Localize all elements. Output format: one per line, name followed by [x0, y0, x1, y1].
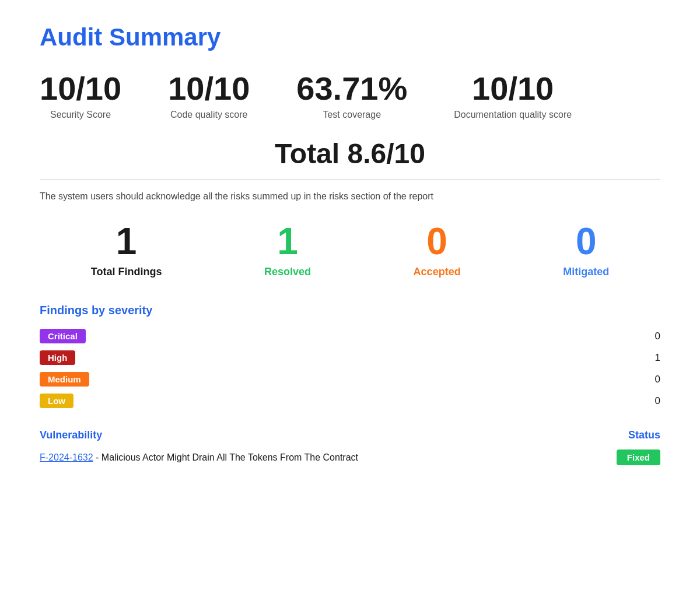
code-quality-score-label: Code quality score — [170, 110, 248, 120]
total-findings-label: Total Findings — [91, 266, 162, 278]
severity-count-critical: 0 — [649, 331, 660, 342]
total-findings-item: 1 Total Findings — [91, 223, 162, 278]
resolved-findings-label: Resolved — [264, 266, 311, 278]
scores-row: 10/10 Security Score 10/10 Code quality … — [40, 72, 660, 120]
mitigated-findings-count: 0 — [576, 223, 597, 260]
code-quality-score-item: 10/10 Code quality score — [168, 72, 250, 120]
doc-quality-score-label: Documentation quality score — [454, 110, 572, 120]
vulnerability-header: Vulnerability Status — [40, 429, 660, 441]
doc-quality-score-item: 10/10 Documentation quality score — [454, 72, 572, 120]
test-coverage-score-item: 63.71% Test coverage — [296, 72, 407, 120]
severity-row-high: High 1 — [40, 350, 660, 365]
findings-row: 1 Total Findings 1 Resolved 0 Accepted 0… — [40, 223, 660, 278]
vulnerability-row: F-2024-1632 - Malicious Actor Might Drai… — [40, 449, 660, 465]
security-score-value: 10/10 — [40, 72, 121, 105]
severity-section-title: Findings by severity — [40, 304, 660, 317]
total-score: Total 8.6/10 — [40, 138, 660, 170]
vulnerability-text: - Malicious Actor Might Drain All The To… — [93, 452, 358, 462]
divider — [40, 179, 660, 180]
test-coverage-score-value: 63.71% — [296, 72, 407, 105]
severity-badge-high: High — [40, 350, 75, 365]
severity-row-critical: Critical 0 — [40, 329, 660, 343]
accepted-findings-count: 0 — [426, 223, 447, 260]
resolved-findings-count: 1 — [277, 223, 298, 260]
test-coverage-score-label: Test coverage — [323, 110, 381, 120]
severity-badge-low: Low — [40, 394, 74, 408]
vulnerability-col-title: Vulnerability — [40, 429, 102, 441]
vulnerability-description: F-2024-1632 - Malicious Actor Might Drai… — [40, 452, 358, 463]
accepted-findings-item: 0 Accepted — [414, 223, 461, 278]
code-quality-score-value: 10/10 — [168, 72, 250, 105]
severity-count-low: 0 — [649, 395, 660, 407]
severity-row-medium: Medium 0 — [40, 372, 660, 387]
security-score-item: 10/10 Security Score — [40, 72, 121, 120]
accepted-findings-label: Accepted — [414, 266, 461, 278]
severity-badge-medium: Medium — [40, 372, 89, 387]
page-title: Audit Summary — [40, 23, 660, 51]
severity-section: Findings by severity Critical 0 High 1 M… — [40, 304, 660, 408]
severity-count-high: 1 — [649, 352, 660, 364]
status-col-title: Status — [628, 429, 660, 441]
resolved-findings-item: 1 Resolved — [264, 223, 311, 278]
total-findings-count: 1 — [116, 223, 137, 260]
doc-quality-score-value: 10/10 — [472, 72, 554, 105]
security-score-label: Security Score — [50, 110, 111, 120]
disclaimer-text: The system users should acknowledge all … — [40, 191, 660, 202]
vulnerability-link[interactable]: F-2024-1632 — [40, 452, 93, 462]
vulnerability-section: Vulnerability Status F-2024-1632 - Malic… — [40, 429, 660, 465]
status-badge-fixed: Fixed — [617, 449, 660, 465]
severity-count-medium: 0 — [649, 374, 660, 385]
severity-badge-critical: Critical — [40, 329, 86, 343]
mitigated-findings-item: 0 Mitigated — [563, 223, 609, 278]
mitigated-findings-label: Mitigated — [563, 266, 609, 278]
severity-row-low: Low 0 — [40, 394, 660, 408]
